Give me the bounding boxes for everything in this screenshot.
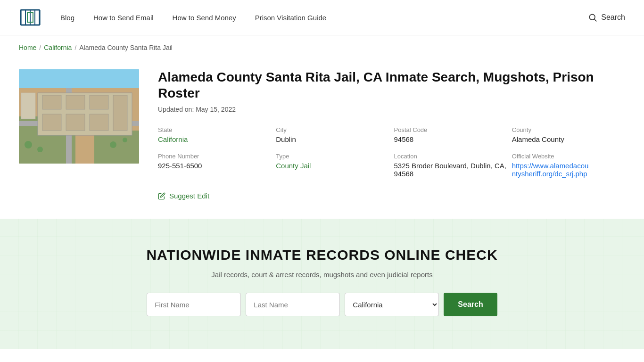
website-label: Official Website xyxy=(512,153,625,160)
svg-rect-25 xyxy=(21,93,35,119)
breadcrumb-sep-2: / xyxy=(74,44,76,51)
state-select[interactable]: AlabamaAlaskaArizonaArkansasCaliforniaCo… xyxy=(345,293,439,316)
inmate-search-section: NATIONWIDE INMATE RECORDS ONLINE CHECK J… xyxy=(0,219,644,349)
state-value: California xyxy=(158,135,271,143)
last-name-input[interactable] xyxy=(246,293,340,316)
info-state: State California xyxy=(158,126,271,143)
search-section-title: NATIONWIDE INMATE RECORDS ONLINE CHECK xyxy=(19,247,625,263)
search-label: Search xyxy=(601,13,625,22)
logo-icon xyxy=(19,6,41,29)
breadcrumb-state[interactable]: California xyxy=(44,44,72,51)
county-label: County xyxy=(512,126,625,133)
updated-date: Updated on: May 15, 2022 xyxy=(158,106,625,113)
breadcrumb-sep-1: / xyxy=(39,44,41,51)
search-section-subtitle: Jail records, court & arrest records, mu… xyxy=(19,271,625,279)
nav-send-money[interactable]: How to Send Money xyxy=(173,14,236,22)
facility-aerial-svg xyxy=(19,69,139,164)
breadcrumb: Home / California / Alameda County Santa… xyxy=(0,35,644,60)
svg-point-28 xyxy=(110,141,116,148)
location-label: Location xyxy=(394,153,507,160)
phone-label: Phone Number xyxy=(158,153,271,160)
header-search[interactable]: Search xyxy=(588,13,625,22)
svg-rect-11 xyxy=(19,69,139,88)
svg-point-9 xyxy=(590,14,595,20)
svg-rect-22 xyxy=(66,114,85,131)
breadcrumb-current: Alameda County Santa Rita Jail xyxy=(79,44,173,51)
type-value: County Jail xyxy=(276,162,389,170)
city-label: City xyxy=(276,126,389,133)
svg-point-29 xyxy=(123,138,127,142)
suggest-edit-link[interactable]: Suggest Edit xyxy=(158,192,625,200)
nav-blog[interactable]: Blog xyxy=(60,14,74,22)
state-label: State xyxy=(158,126,271,133)
search-button[interactable]: Search xyxy=(444,293,497,316)
facility-image xyxy=(19,69,139,164)
main-content: Alameda County Santa Rita Jail, CA Inmat… xyxy=(0,60,644,219)
site-header: Blog How to Send Email How to Send Money… xyxy=(0,0,644,35)
svg-rect-19 xyxy=(66,95,85,109)
type-link[interactable]: County Jail xyxy=(276,162,311,170)
state-link[interactable]: California xyxy=(158,135,188,143)
info-location: Location 5325 Broder Boulevard, Dublin, … xyxy=(394,153,507,178)
info-county: County Alameda County xyxy=(512,126,625,143)
svg-rect-24 xyxy=(113,95,127,131)
info-city: City Dublin xyxy=(276,126,389,143)
svg-rect-18 xyxy=(42,95,61,109)
info-website: Official Website https://www.alamedacou … xyxy=(512,153,625,178)
svg-line-10 xyxy=(594,19,597,22)
postal-value: 94568 xyxy=(394,135,507,143)
phone-value: 925-551-6500 xyxy=(158,162,271,170)
county-value: Alameda County xyxy=(512,135,625,143)
page-title: Alameda County Santa Rita Jail, CA Inmat… xyxy=(158,69,625,101)
first-name-input[interactable] xyxy=(147,293,241,316)
svg-rect-23 xyxy=(90,114,108,131)
info-grid: State California City Dublin Postal Code… xyxy=(158,126,625,178)
postal-label: Postal Code xyxy=(394,126,507,133)
info-postal: Postal Code 94568 xyxy=(394,126,507,143)
site-logo[interactable] xyxy=(19,6,41,29)
svg-rect-21 xyxy=(42,114,61,131)
search-form: AlabamaAlaskaArizonaArkansasCaliforniaCo… xyxy=(19,293,625,316)
suggest-edit-label: Suggest Edit xyxy=(169,192,209,200)
info-type: Type County Jail xyxy=(276,153,389,178)
search-icon xyxy=(588,13,597,22)
svg-point-26 xyxy=(25,141,32,148)
city-value: Dublin xyxy=(276,135,389,143)
svg-point-27 xyxy=(37,147,43,152)
location-value: 5325 Broder Boulevard, Dublin, CA, 94568 xyxy=(394,162,507,178)
website-value: https://www.alamedacou ntysheriff.org/dc… xyxy=(512,162,625,178)
nav-send-email[interactable]: How to Send Email xyxy=(93,14,154,22)
nav-visitation[interactable]: Prison Visitation Guide xyxy=(255,14,326,22)
main-nav: Blog How to Send Email How to Send Money… xyxy=(60,14,588,22)
type-label: Type xyxy=(276,153,389,160)
facility-info: Alameda County Santa Rita Jail, CA Inmat… xyxy=(158,69,625,200)
website-link[interactable]: https://www.alamedacou ntysheriff.org/dc… xyxy=(512,162,589,178)
breadcrumb-home[interactable]: Home xyxy=(19,44,36,51)
info-phone: Phone Number 925-551-6500 xyxy=(158,153,271,178)
edit-icon xyxy=(158,192,165,200)
svg-rect-20 xyxy=(90,95,108,109)
